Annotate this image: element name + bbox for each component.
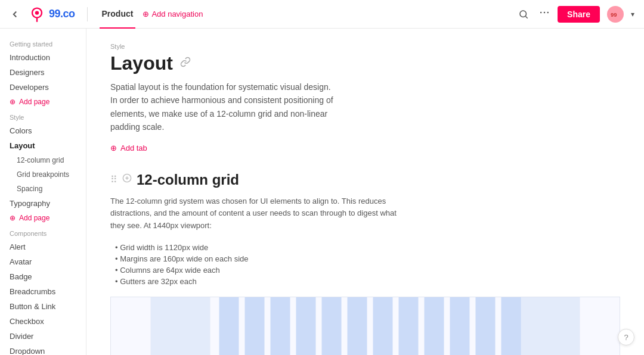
section-header: ⠿ 12-column grid xyxy=(110,172,620,188)
svg-rect-16 xyxy=(271,297,290,355)
search-button[interactable] xyxy=(516,7,531,22)
avatar-chevron-icon: ▾ xyxy=(631,10,634,18)
plus-circle-icon-tab: ⊕ xyxy=(110,144,117,152)
page-description: Spatial layout is the foundation for sys… xyxy=(110,80,337,134)
add-page-button-2[interactable]: ⊕ Add page xyxy=(0,211,59,225)
plus-circle-icon-sm: ⊕ xyxy=(10,98,16,106)
svg-point-1 xyxy=(35,11,39,14)
sidebar-item-button-link[interactable]: Button & Link xyxy=(0,299,86,314)
sidebar-item-typography[interactable]: Typography xyxy=(0,196,86,211)
back-button[interactable] xyxy=(10,9,20,20)
sidebar-item-avatar[interactable]: Avatar xyxy=(0,254,86,269)
help-button[interactable]: ? xyxy=(618,329,634,345)
sidebar-item-grid-breakpoints[interactable]: Grid breakpoints xyxy=(0,167,86,182)
logo: 99.co xyxy=(27,5,75,24)
sidebar-item-badge[interactable]: Badge xyxy=(0,269,86,284)
sidebar-item-alert[interactable]: Alert xyxy=(0,239,86,254)
section-add-icon[interactable] xyxy=(122,173,132,186)
svg-rect-15 xyxy=(245,297,265,355)
svg-rect-19 xyxy=(348,297,367,355)
add-navigation-button[interactable]: ⊕ Add navigation xyxy=(143,10,203,18)
sidebar-item-dropdown[interactable]: Dropdown xyxy=(0,344,86,355)
add-page-button-1[interactable]: ⊕ Add page xyxy=(0,95,59,109)
style-section-label: Style xyxy=(110,43,620,50)
main-body: Getting started Introduction Designers D… xyxy=(0,29,644,355)
sidebar: Getting started Introduction Designers D… xyxy=(0,29,86,355)
svg-rect-17 xyxy=(296,297,316,355)
avatar[interactable]: 99 xyxy=(607,6,624,23)
plus-circle-icon-sm2: ⊕ xyxy=(10,214,16,222)
svg-rect-25 xyxy=(501,297,521,355)
svg-point-4 xyxy=(544,12,546,14)
sidebar-item-layout[interactable]: Layout xyxy=(0,138,86,153)
sidebar-item-divider[interactable]: Divider xyxy=(0,329,86,344)
link-icon[interactable] xyxy=(180,57,191,70)
section-title: 12-column grid xyxy=(137,172,239,188)
sidebar-item-colors[interactable]: Colors xyxy=(0,123,86,138)
main-content: Style Layout Spatial layout is the found… xyxy=(86,29,644,355)
svg-rect-20 xyxy=(373,297,393,355)
components-label: Components xyxy=(0,225,86,239)
grid-diagram: 160px 32px 64px 160px 1120px xyxy=(110,297,620,355)
style-label: Style xyxy=(0,109,86,123)
list-item: Columns are 64px wide each xyxy=(115,264,620,276)
svg-rect-12 xyxy=(151,297,210,355)
svg-point-2 xyxy=(520,11,527,17)
svg-rect-24 xyxy=(476,297,496,355)
section-description: The 12-column grid system was chosen for… xyxy=(110,195,397,232)
product-tab[interactable]: Product xyxy=(100,0,136,29)
svg-text:99: 99 xyxy=(611,11,617,17)
svg-rect-18 xyxy=(322,297,342,355)
sidebar-item-spacing[interactable]: Spacing xyxy=(0,182,86,196)
sidebar-item-breadcrumbs[interactable]: Breadcrumbs xyxy=(0,284,86,299)
svg-rect-23 xyxy=(450,297,470,355)
svg-rect-22 xyxy=(425,297,444,355)
add-tab-button[interactable]: ⊕ Add tab xyxy=(110,144,147,152)
sidebar-item-checkbox[interactable]: Checkbox xyxy=(0,314,86,329)
logo-text: 99.co xyxy=(49,8,75,20)
svg-rect-21 xyxy=(399,297,419,355)
svg-point-5 xyxy=(547,12,549,14)
more-options-button[interactable] xyxy=(538,7,550,21)
svg-rect-14 xyxy=(219,297,239,355)
drag-handle-icon[interactable]: ⠿ xyxy=(110,174,117,185)
sidebar-item-introduction[interactable]: Introduction xyxy=(0,50,86,65)
sidebar-item-designers[interactable]: Designers xyxy=(0,65,86,80)
sidebar-item-12-column-grid[interactable]: 12-column grid xyxy=(0,153,86,167)
bullet-list: Grid width is 1120px wide Margins are 16… xyxy=(110,242,620,287)
svg-rect-13 xyxy=(521,297,580,355)
share-button[interactable]: Share xyxy=(558,6,600,23)
list-item: Margins are 160px wide on each side xyxy=(115,253,620,264)
sidebar-item-developers[interactable]: Developers xyxy=(0,80,86,95)
list-item: Gutters are 32px each xyxy=(115,276,620,287)
list-item: Grid width is 1120px wide xyxy=(115,242,620,253)
plus-circle-icon: ⊕ xyxy=(143,10,149,18)
getting-started-label: Getting started xyxy=(0,36,86,50)
page-title: Layout xyxy=(110,52,620,74)
svg-point-3 xyxy=(540,12,542,14)
nav-divider xyxy=(87,7,88,21)
top-nav: 99.co Product ⊕ Add navigation Share 99 … xyxy=(0,0,644,29)
